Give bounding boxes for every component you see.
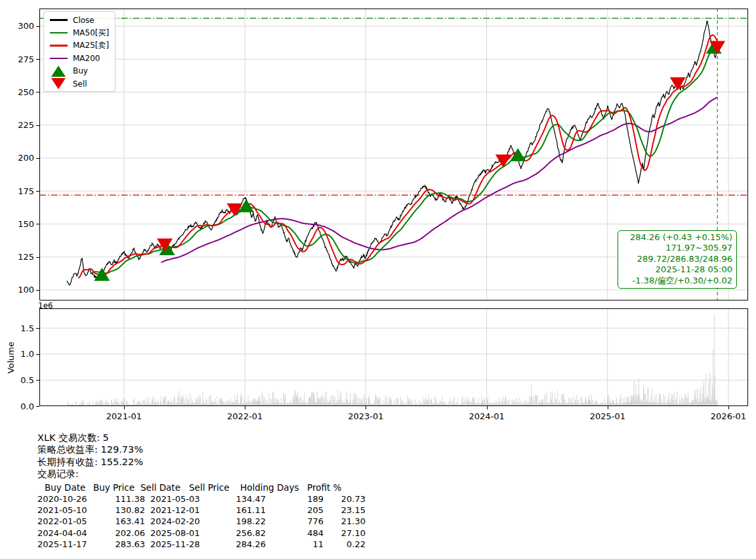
legend-line [50, 32, 68, 34]
sell-marker [495, 155, 511, 168]
volume-ytick-mark [36, 380, 39, 381]
legend-line [50, 19, 68, 21]
legend-label: MA200 [73, 54, 100, 63]
x-tick-mark [608, 406, 608, 409]
legend-label: Buy [73, 66, 88, 75]
trade-cell: 2021-05-10 [37, 505, 89, 516]
trade-cell: 27.10 [324, 528, 366, 539]
legend-line [50, 58, 68, 60]
trade-row: 2022-01-05163.412024-02-20198.2277621.30 [37, 516, 366, 527]
annotation-line: 289.72/286.83/248.96 [622, 254, 732, 264]
trade-row: 2025-11-17283.632025-11-28284.26110.22 [37, 539, 366, 550]
trades-col-header: Sell Date [140, 482, 180, 493]
price-ytick-mark [36, 191, 39, 192]
price-ytick-label: 150 [8, 219, 34, 229]
x-tick-mark [728, 406, 729, 409]
trade-cell: 484 [266, 528, 324, 539]
trade-cell: 2025-08-01 [145, 528, 205, 539]
trades-col-header: Sell Price [189, 482, 230, 493]
trade-cell: 163.41 [89, 516, 145, 527]
summary-line: 长期持有收益: 155.22% [37, 456, 366, 468]
price-ytick-label: 250 [8, 87, 34, 97]
summary-line: 交易记录: [37, 468, 366, 480]
legend-label: Close [73, 16, 94, 25]
x-tick-label: 2026-01 [702, 411, 755, 421]
trade-cell: 2025-11-28 [145, 539, 205, 550]
trade-cell: 256.82 [205, 528, 266, 539]
x-tick-label: 2025-01 [581, 411, 634, 421]
trade-cell: 130.82 [89, 505, 145, 516]
volume-ytick-mark [36, 406, 39, 407]
x-tick-label: 2023-01 [339, 411, 392, 421]
chart-legend: CloseMA50[买]MA25[卖]MA200BuySell [43, 11, 116, 92]
trades-col-header: Buy Price [93, 482, 135, 493]
legend-line-swatch [49, 32, 68, 34]
summary-line: XLK 交易次数: 5 [37, 432, 366, 444]
trade-cell: 21.30 [324, 516, 366, 527]
price-ytick-mark [36, 125, 39, 126]
x-tick-mark [487, 406, 488, 409]
x-tick-mark [366, 406, 366, 409]
sell-triangle-icon [49, 78, 68, 89]
price-ytick-mark [36, 59, 39, 60]
legend-item: MA25[卖] [44, 39, 115, 52]
legend-item: MA50[买] [44, 26, 115, 39]
trade-row: 2020-10-26111.382021-05-03134.4718920.73 [37, 493, 366, 505]
legend-line-swatch [49, 45, 68, 47]
price-ytick-label: 200 [8, 153, 34, 163]
volume-ytick-label: 1.5 [8, 323, 34, 333]
price-ytick-mark [36, 26, 39, 27]
price-ytick-label: 300 [8, 21, 34, 31]
legend-item: MA200 [44, 52, 115, 64]
trade-cell: 198.22 [205, 516, 266, 527]
trade-cell: 2021-05-03 [145, 493, 205, 505]
volume-ytick-mark [36, 354, 39, 355]
legend-label: Sell [73, 79, 87, 89]
annotation-line: 171.97~305.97 [622, 243, 732, 253]
legend-label: MA50[买] [73, 28, 109, 39]
x-tick-label: 2022-01 [219, 411, 271, 421]
trade-cell: 2021-12-01 [145, 505, 205, 516]
legend-item: Buy [44, 65, 115, 77]
trades-col-header: Buy Date [45, 482, 85, 493]
trade-cell: 284.26 [205, 539, 266, 550]
trade-cell: 2022-01-05 [37, 516, 89, 527]
trade-cell: 2025-11-17 [37, 539, 89, 550]
trade-cell: 11 [266, 539, 324, 550]
trade-cell: 2024-02-20 [145, 516, 205, 527]
annotation-line: -1.38/偏空/+0.30/+0.02 [622, 276, 732, 286]
price-ytick-label: 225 [8, 120, 34, 130]
summary-line: 策略总收益率: 129.73% [37, 444, 366, 455]
price-ytick-mark [36, 290, 39, 291]
x-tick-mark [124, 406, 125, 409]
price-ytick-label: 125 [8, 252, 34, 262]
price-ytick-mark [36, 158, 39, 159]
trade-cell: 189 [266, 493, 324, 505]
volume-ytick-label: 0.0 [8, 402, 34, 411]
volume-chart [39, 308, 748, 406]
summary-lines: XLK 交易次数: 5策略总收益率: 129.73%长期持有收益: 155.22… [37, 432, 366, 480]
stock-strategy-figure: 100125150175200225250275300 0.00.51.01.5… [0, 0, 756, 559]
legend-item: Sell [44, 77, 115, 90]
volume-multiplier-label: 1e6 [38, 301, 53, 310]
trade-cell: 0.22 [324, 539, 366, 550]
trades-table-header: Buy DateBuy PriceSell DateSell PriceHold… [37, 481, 366, 493]
x-tick-label: 2021-01 [98, 411, 150, 421]
trade-cell: 2020-10-26 [37, 493, 89, 505]
trade-cell: 134.47 [205, 493, 266, 505]
legend-label: MA25[卖] [73, 40, 109, 51]
trade-cell: 2024-04-04 [37, 528, 89, 539]
price-ytick-mark [36, 224, 39, 224]
trade-cell: 283.63 [89, 539, 145, 550]
trade-cell: 111.38 [89, 493, 145, 505]
price-ytick-label: 100 [8, 285, 34, 295]
volume-ytick-label: 0.5 [8, 375, 34, 385]
trades-table: 2020-10-26111.382021-05-03134.4718920.73… [37, 493, 366, 550]
annotation-line: 2025-11-28 05:00 [622, 264, 732, 275]
price-ytick-mark [36, 92, 39, 93]
annotation-line: 284.26 (+0.43 +0.15%) [622, 232, 732, 243]
legend-line-swatch [49, 19, 68, 21]
trades-col-header: Holding Days [240, 482, 299, 493]
trade-row: 2021-05-10130.822021-12-01161.1120523.15 [37, 505, 366, 516]
trade-cell: 23.15 [324, 505, 366, 516]
